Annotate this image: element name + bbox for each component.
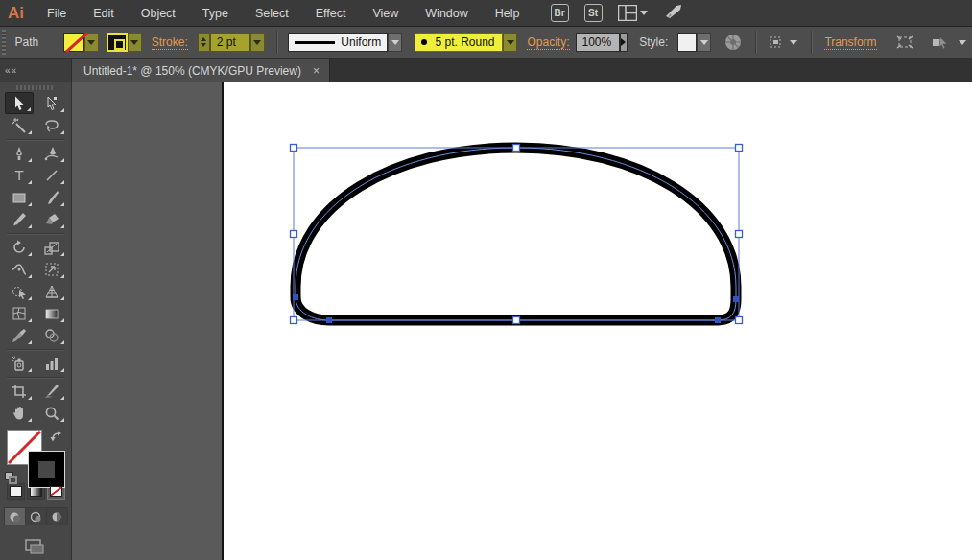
fill-stroke-proxy — [0, 428, 72, 479]
tab-close-icon[interactable]: × — [313, 64, 320, 78]
workspace-switcher-icon[interactable] — [618, 5, 648, 21]
selection-tool[interactable] — [5, 92, 34, 114]
selection-bbox — [294, 148, 739, 320]
rectangle-tool[interactable] — [5, 186, 34, 208]
scale-tool[interactable] — [37, 236, 66, 258]
opacity-slider-button[interactable] — [620, 33, 628, 52]
stroke-weight-control[interactable]: 2 pt — [198, 33, 265, 52]
tool-grid: T — [5, 92, 66, 424]
column-graph-tool[interactable] — [37, 352, 66, 374]
fill-color-control[interactable] — [63, 33, 99, 52]
stroke-weight-dropdown[interactable] — [250, 33, 265, 52]
default-fill-stroke-icon[interactable] — [5, 472, 18, 485]
opacity-link[interactable]: Opacity: — [527, 35, 569, 50]
stock-icon[interactable]: St — [584, 4, 603, 22]
brush-definition-dropdown[interactable] — [503, 33, 517, 52]
width-profile-dropdown[interactable] — [388, 33, 402, 52]
swap-fill-stroke-icon[interactable] — [50, 430, 64, 447]
color-button[interactable] — [7, 483, 25, 500]
opacity-value[interactable]: 100% — [576, 33, 620, 52]
chevron-down-icon[interactable] — [959, 40, 966, 45]
lasso-tool[interactable] — [37, 114, 66, 136]
type-tool[interactable]: T — [5, 164, 34, 186]
menu-item-select[interactable]: Select — [242, 2, 302, 25]
eyedropper-tool[interactable] — [5, 324, 34, 346]
draw-inside-mode[interactable] — [47, 508, 67, 525]
magic-wand-tool[interactable] — [5, 114, 34, 136]
stroke-color-control[interactable] — [107, 33, 142, 52]
pencil-tool[interactable] — [5, 208, 34, 230]
perspective-grid-tool[interactable] — [37, 280, 66, 302]
menu-item-object[interactable]: Object — [128, 2, 189, 25]
line-segment-tool[interactable] — [37, 164, 66, 186]
artboard-tool[interactable] — [5, 380, 34, 402]
tools-panel-grip[interactable] — [16, 85, 55, 90]
transform-panel-link[interactable]: Transform — [824, 35, 876, 50]
tools-panel-collapse-icon[interactable]: «« — [0, 59, 72, 82]
chevron-down-icon — [640, 11, 648, 15]
style-label: Style: — [639, 35, 668, 49]
free-transform-tool[interactable] — [37, 258, 66, 280]
artwork-layer[interactable] — [72, 82, 820, 560]
tools-panel: T — [0, 82, 72, 560]
pen-tool[interactable] — [5, 142, 34, 164]
draw-behind-mode[interactable] — [26, 508, 46, 525]
canvas-area[interactable] — [72, 82, 972, 560]
app-logo: Ai — [0, 4, 34, 23]
gradient-tool[interactable] — [37, 302, 66, 324]
rotate-tool[interactable] — [5, 236, 34, 258]
stroke-weight-stepper[interactable] — [198, 33, 210, 52]
style-swatch-icon[interactable] — [677, 33, 697, 52]
menu-item-help[interactable]: Help — [482, 2, 533, 25]
mesh-tool[interactable] — [5, 302, 34, 324]
select-similar-icon[interactable] — [770, 35, 797, 50]
gpu-performance-icon[interactable] — [663, 3, 684, 24]
brush-definition-control[interactable]: 5 pt. Round — [415, 33, 517, 52]
zoom-tool[interactable] — [37, 402, 66, 424]
menu-item-file[interactable]: File — [34, 2, 80, 25]
style-control[interactable] — [677, 33, 711, 52]
illustrator-window: Ai FileEditObjectTypeSelectEffectViewWin… — [0, 0, 972, 560]
hand-tool[interactable] — [5, 402, 34, 424]
menu-item-effect[interactable]: Effect — [302, 2, 360, 25]
stroke-proxy-icon[interactable] — [29, 452, 64, 487]
stroke-panel-link[interactable]: Stroke: — [152, 35, 188, 50]
slice-tool[interactable] — [37, 380, 66, 402]
recolor-artwork-icon[interactable] — [724, 34, 742, 51]
fill-dropdown-button[interactable] — [84, 33, 99, 52]
chevron-down-icon[interactable] — [790, 40, 797, 45]
tab-bar: «« Untitled-1* @ 150% (CMYK/GPU Preview)… — [0, 59, 972, 82]
bbox-handles — [291, 145, 743, 324]
menu-item-window[interactable]: Window — [412, 2, 481, 25]
shape-builder-tool[interactable] — [5, 280, 34, 302]
brush-definition-value[interactable]: 5 pt. Round — [415, 33, 503, 52]
drawing-mode-buttons — [4, 507, 68, 525]
panel-grip[interactable] — [2, 30, 6, 55]
isolate-object-icon[interactable] — [931, 35, 966, 50]
direct-selection-tool[interactable] — [37, 92, 66, 114]
width-tool[interactable] — [5, 258, 34, 280]
blend-tool[interactable] — [37, 324, 66, 346]
screen-mode-icon[interactable] — [23, 537, 48, 560]
curvature-tool[interactable] — [37, 142, 66, 164]
menu-item-type[interactable]: Type — [189, 2, 242, 25]
draw-normal-mode[interactable] — [5, 508, 25, 525]
paintbrush-tool[interactable] — [37, 186, 66, 208]
menubar-right: Br St — [551, 3, 684, 24]
stroke-weight-value[interactable]: 2 pt — [210, 33, 250, 52]
fill-swatch-none-icon[interactable] — [63, 33, 84, 52]
menu-item-view[interactable]: View — [359, 2, 412, 25]
document-tab[interactable]: Untitled-1* @ 150% (CMYK/GPU Preview) × — [72, 59, 330, 82]
style-dropdown[interactable] — [697, 33, 711, 52]
bridge-icon[interactable]: Br — [551, 4, 569, 22]
menu-item-edit[interactable]: Edit — [80, 2, 128, 25]
stroke-dropdown-button[interactable] — [128, 33, 142, 52]
eraser-tool[interactable] — [37, 208, 66, 230]
svg-text:T: T — [14, 168, 23, 183]
constrain-proportions-icon[interactable] — [895, 35, 914, 50]
stroke-preview-icon — [295, 41, 335, 44]
symbol-sprayer-tool[interactable] — [5, 352, 34, 374]
width-profile-control[interactable]: Uniform — [288, 33, 402, 52]
width-profile-value[interactable]: Uniform — [288, 33, 388, 52]
stroke-swatch-icon[interactable] — [107, 33, 128, 52]
